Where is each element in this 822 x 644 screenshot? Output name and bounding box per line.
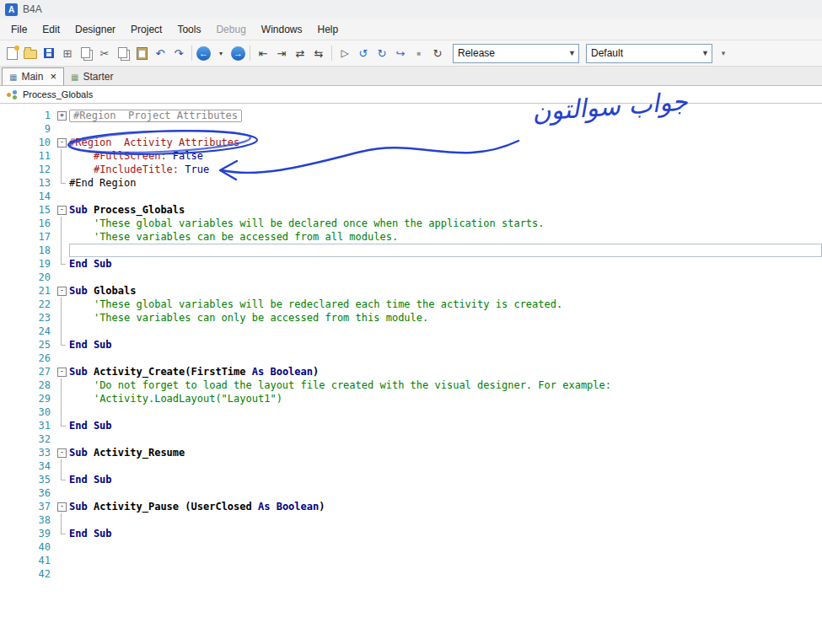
collapse-icon[interactable]: - (57, 502, 67, 512)
code-line[interactable]: 37-Sub Activity_Pause (UserClosed As Boo… (0, 500, 822, 513)
menu-edit[interactable]: Edit (35, 20, 67, 39)
code-line-text[interactable]: 'Do not forget to load the layout file c… (69, 378, 822, 392)
outdent-icon[interactable]: ⇤ (255, 45, 271, 62)
code-line-text[interactable] (69, 352, 822, 365)
code-line-text[interactable]: #IncludeTitle: True (69, 163, 822, 176)
menu-debug[interactable]: Debug (208, 20, 253, 39)
code-line[interactable]: 25End Sub (0, 338, 822, 352)
code-line-text[interactable] (69, 244, 822, 257)
code-line[interactable]: 22 'These global variables will be redec… (0, 298, 822, 311)
copy-icon[interactable] (115, 45, 132, 62)
code-line-text[interactable]: 'These variables can be accessed from al… (69, 230, 822, 244)
code-line[interactable]: 40 (0, 540, 822, 554)
paste-icon[interactable] (133, 45, 150, 62)
menu-file[interactable]: File (3, 20, 35, 39)
comment-block-icon[interactable]: ⇄ (292, 45, 309, 62)
tab-starter[interactable]: ▦Starter (64, 68, 120, 85)
code-line-text[interactable]: Sub Globals (69, 284, 822, 298)
code-line[interactable]: 42 (0, 567, 822, 581)
code-line[interactable]: 17 'These variables can be accessed from… (0, 230, 822, 244)
save-icon[interactable] (40, 45, 57, 62)
collapse-icon[interactable]: - (57, 287, 67, 296)
code-line[interactable]: 12 #IncludeTitle: True (0, 163, 822, 176)
code-line-text[interactable]: Sub Process_Globals (69, 203, 822, 217)
redo-icon[interactable]: ↷ (170, 45, 187, 62)
code-line-text[interactable]: #End Region (69, 176, 822, 190)
code-line[interactable]: 9 (0, 122, 822, 136)
build-config-dropdown[interactable]: Default ▼ (586, 44, 712, 63)
menu-windows[interactable]: Windows (254, 20, 310, 39)
collapse-icon[interactable]: - (57, 206, 67, 215)
code-line[interactable]: 26 (0, 352, 822, 365)
code-line-text[interactable] (69, 486, 822, 500)
code-line[interactable]: 33-Sub Activity_Resume (0, 446, 822, 459)
cut-icon[interactable]: ✂ (96, 45, 113, 62)
code-line-text[interactable] (69, 567, 822, 581)
code-line-text[interactable] (69, 513, 822, 527)
collapse-icon[interactable]: - (57, 368, 67, 377)
duplicate-module-icon[interactable] (78, 45, 94, 62)
code-editor[interactable]: 1+#Region Project Attributes910-#Region … (0, 104, 822, 581)
code-line[interactable]: 23 'These variables can only be accessed… (0, 311, 822, 325)
code-line[interactable]: 18 (0, 244, 822, 257)
code-line-text[interactable]: 'These variables can only be accessed fr… (69, 311, 822, 325)
collapse-icon[interactable]: - (57, 448, 67, 458)
code-line-text[interactable] (69, 540, 822, 554)
code-line-text[interactable]: #Region Activity Attributes (69, 136, 822, 149)
code-line-text[interactable] (69, 325, 822, 338)
indent-icon[interactable]: ⇥ (273, 45, 290, 62)
menu-tools[interactable]: Tools (169, 20, 208, 39)
tab-close-icon[interactable]: × (50, 72, 56, 81)
code-line[interactable]: 14 (0, 190, 822, 203)
compile-release-icon[interactable]: ↻ (373, 45, 390, 62)
back-history-dropdown-icon[interactable]: ▾ (212, 45, 229, 62)
code-line-text[interactable]: Sub Activity_Pause (UserClosed As Boolea… (69, 500, 822, 513)
code-line[interactable]: 15-Sub Process_Globals (0, 203, 822, 217)
code-line-text[interactable] (69, 122, 822, 136)
code-line-text[interactable]: 'These global variables will be declared… (69, 217, 822, 230)
uncomment-block-icon[interactable]: ⇆ (310, 45, 327, 62)
fold-marker[interactable]: - (54, 446, 69, 459)
code-line[interactable]: 36 (0, 486, 822, 500)
release-dropdown[interactable]: Release ▼ (453, 44, 579, 63)
chevron-down-icon[interactable]: ▼ (699, 49, 712, 57)
code-line-text[interactable] (69, 459, 822, 473)
collapse-icon[interactable]: - (57, 138, 67, 148)
code-line-text[interactable] (69, 432, 822, 446)
fold-marker[interactable]: - (54, 203, 69, 217)
open-project-icon[interactable] (22, 45, 39, 62)
code-line[interactable]: 24 (0, 325, 822, 338)
fold-marker[interactable]: - (54, 136, 69, 149)
code-line[interactable]: 10-#Region Activity Attributes (0, 136, 822, 149)
code-line[interactable]: 20 (0, 271, 822, 284)
navigate-back-icon[interactable] (196, 46, 211, 61)
code-line-text[interactable]: 'These global variables will be redeclar… (69, 298, 822, 311)
fold-marker[interactable]: - (54, 365, 69, 378)
code-line-text[interactable]: Sub Activity_Resume (69, 446, 822, 459)
code-line[interactable]: 39End Sub (0, 527, 822, 540)
menu-help[interactable]: Help (310, 20, 347, 39)
code-line[interactable]: 1+#Region Project Attributes (0, 109, 822, 122)
code-line-text[interactable]: End Sub (69, 419, 822, 432)
clean-project-icon[interactable]: ↻ (429, 45, 446, 62)
new-module-icon[interactable] (3, 45, 20, 62)
code-line-text[interactable]: #Region Project Attributes (69, 109, 822, 122)
fold-marker[interactable]: - (54, 500, 69, 513)
fold-marker[interactable]: + (54, 109, 69, 122)
code-line-text[interactable]: End Sub (69, 473, 822, 486)
undo-icon[interactable]: ↶ (152, 45, 169, 62)
code-line[interactable]: 38 (0, 513, 822, 527)
code-line-text[interactable]: 'Activity.LoadLayout("Layout1") (69, 392, 822, 405)
modules-grid-icon[interactable]: ⊞ (59, 45, 76, 62)
compile-debug-icon[interactable]: ↺ (355, 45, 372, 62)
menu-designer[interactable]: Designer (67, 20, 123, 39)
toolbar-overflow-icon[interactable]: ▾ (717, 49, 729, 57)
code-line[interactable]: 13#End Region (0, 176, 822, 190)
code-line[interactable]: 27-Sub Activity_Create(FirstTime As Bool… (0, 365, 822, 378)
code-line-text[interactable] (69, 271, 822, 284)
code-line-text[interactable]: End Sub (69, 338, 822, 352)
code-line-text[interactable]: End Sub (69, 527, 822, 540)
collapsed-region-box[interactable]: #Region Project Attributes (69, 110, 242, 122)
code-line[interactable]: 11 #FullScreen: False (0, 149, 822, 163)
resume-icon[interactable]: ↪ (392, 45, 409, 62)
